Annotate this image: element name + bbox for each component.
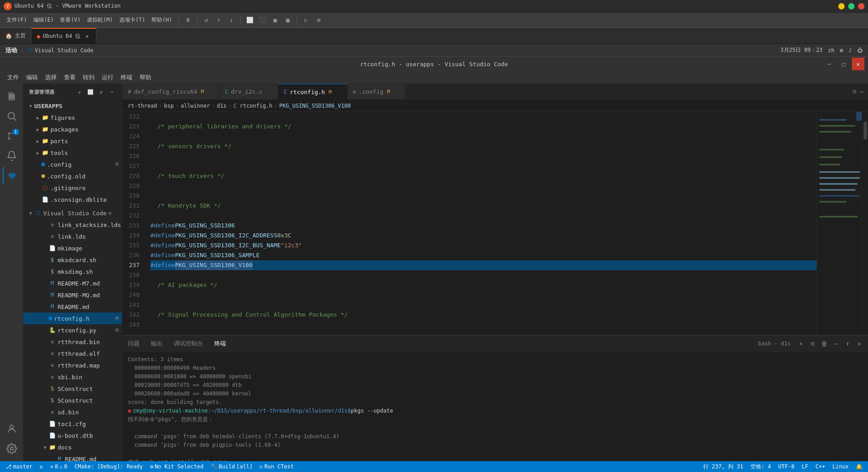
tab-debug-console[interactable]: 调试控制台 bbox=[168, 336, 209, 351]
activity-debug[interactable] bbox=[3, 147, 21, 165]
breadcrumb-rtthread[interactable]: rt-thread bbox=[128, 103, 157, 109]
vmware-menu-view[interactable]: 查看(V) bbox=[57, 15, 83, 25]
tree-item-readme-mq[interactable]: ▶ M README-MQ.md bbox=[23, 289, 122, 301]
tree-item-rtconfig-h[interactable]: ▶ rtconfig.h M bbox=[23, 313, 122, 324]
vmware-btn-5[interactable]: ⬛ bbox=[257, 15, 268, 26]
tree-item-sconstruct[interactable]: ▶ S SConstruct bbox=[23, 383, 122, 395]
breadcrumb-rtconfig[interactable]: C rtconfig.h bbox=[233, 103, 272, 109]
tree-item-rtthread-elf[interactable]: ▶ ≡ rtthread.elf bbox=[23, 348, 122, 359]
vscode-section-header[interactable]: ▼ ⬡ Visual Studio Code ⚙ bbox=[23, 207, 122, 219]
tree-item-docs[interactable]: ▼ 📁 docs bbox=[23, 441, 122, 453]
vmware-menu-file[interactable]: 文件(F) bbox=[4, 15, 30, 25]
vscode-close-btn[interactable]: ✕ bbox=[852, 58, 864, 70]
close-panel-btn[interactable]: ✕ bbox=[854, 339, 864, 349]
tree-item-readme-m7[interactable]: ▶ M README-M7.md bbox=[23, 277, 122, 289]
tree-item-config-old[interactable]: ▶ .config.old bbox=[23, 170, 122, 182]
vmware-btn-1[interactable]: ↺ bbox=[201, 15, 212, 26]
more-terminal-btn[interactable]: ⋯ bbox=[831, 339, 841, 349]
activity-settings[interactable] bbox=[3, 440, 21, 458]
vmware-pause-btn[interactable]: ⏸ bbox=[182, 15, 193, 26]
tree-item-rtconfig-py[interactable]: ▶ 🐍 rtconfig.py M bbox=[23, 324, 122, 336]
language-status[interactable]: C++ bbox=[814, 461, 827, 472]
tree-item-gitignore[interactable]: ▶ ⬡ .gitignore bbox=[23, 182, 122, 194]
maximize-panel-btn[interactable]: ⬆ bbox=[843, 339, 853, 349]
vmware-btn-7[interactable]: ▦ bbox=[282, 15, 293, 26]
activity-search[interactable] bbox=[3, 107, 21, 125]
vscode-menu-view[interactable]: 查看 bbox=[60, 73, 79, 82]
tree-item-link-stacksize[interactable]: ▶ ≡ link_stacksize.lds bbox=[23, 219, 122, 231]
tree-item-rtthread-bin[interactable]: ▶ ≡ rtthread.bin bbox=[23, 336, 122, 348]
vmware-btn-2[interactable]: ↑ bbox=[213, 15, 224, 26]
vscode-taskbar-item[interactable]: ⬡ Visual Studio Code bbox=[27, 47, 93, 54]
trash-terminal-btn[interactable]: 🗑 bbox=[819, 339, 829, 349]
close-btn[interactable] bbox=[858, 3, 864, 9]
tree-item-link-lds[interactable]: ▶ ≡ link.lds bbox=[23, 231, 122, 242]
vmware-menu-help[interactable]: 帮助(H) bbox=[149, 15, 175, 25]
tree-item-packages[interactable]: ▶ 📁 packages bbox=[23, 123, 122, 135]
tree-item-tools[interactable]: ▶ 📁 tools bbox=[23, 147, 122, 159]
notifications-status[interactable]: 🔔 bbox=[854, 461, 864, 472]
ubuntu-vm-tab[interactable]: ● Ubuntu 64 位 ✕ bbox=[32, 28, 96, 44]
vscode-menu-goto[interactable]: 转到 bbox=[79, 73, 98, 82]
tab-problems[interactable]: 问题 bbox=[122, 336, 145, 351]
new-folder-icon[interactable]: ⬜ bbox=[86, 87, 95, 96]
run-ctest-status[interactable]: ▷ Run CTest bbox=[258, 461, 295, 472]
cmake-status[interactable]: CMake: [Debug]: Ready bbox=[73, 461, 145, 472]
breadcrumb-allwinner[interactable]: allwinner bbox=[181, 103, 210, 109]
tree-item-readme[interactable]: ▶ M README.md bbox=[23, 301, 122, 313]
activities-button[interactable]: 活动 bbox=[5, 46, 17, 54]
cursor-position[interactable]: 行 237, 列 31 bbox=[701, 461, 745, 472]
ubuntu-tab-close[interactable]: ✕ bbox=[83, 33, 90, 40]
refresh-icon[interactable]: ↺ bbox=[97, 87, 106, 96]
tab-output[interactable]: 输出 bbox=[145, 336, 168, 351]
vscode-menu-select[interactable]: 选择 bbox=[41, 73, 60, 82]
scrollbar-thumb[interactable] bbox=[863, 122, 867, 140]
tree-item-mkimage[interactable]: ▶ 📄 mkimage bbox=[23, 242, 122, 254]
platform-status[interactable]: Linux bbox=[831, 461, 850, 472]
tab-drv-i2c[interactable]: C drv_i2c.c ✕ bbox=[220, 84, 279, 100]
no-kit-status[interactable]: ⚙ No Kit Selected bbox=[148, 461, 205, 472]
breadcrumb-pkg[interactable]: PKG_USING_SSD1306_V100 bbox=[279, 103, 351, 109]
new-terminal-btn[interactable]: + bbox=[796, 339, 806, 349]
tree-item-docs-readme[interactable]: ▶ M README.md bbox=[23, 453, 122, 461]
collapse-all-icon[interactable]: ⋯ bbox=[108, 87, 117, 96]
tab-terminal[interactable]: 终端 bbox=[209, 336, 232, 351]
terminal-content[interactable]: Contents: 3 items 00000000:00000490 Head… bbox=[122, 352, 868, 461]
vmware-btn-3[interactable]: ↓ bbox=[226, 15, 237, 26]
tab-dotconfig[interactable]: ⚙ .config M ✕ bbox=[348, 84, 406, 100]
new-file-icon[interactable]: + bbox=[75, 87, 84, 96]
vmware-menu-vm[interactable]: 虚拟机(M) bbox=[84, 15, 116, 25]
activity-extensions[interactable] bbox=[3, 167, 21, 185]
tree-root-userapps[interactable]: ▼ USERAPPS bbox=[23, 100, 122, 112]
tree-item-figures[interactable]: ▶ 📁 figures bbox=[23, 112, 122, 123]
tree-item-toc1[interactable]: ▶ 📄 toc1.cfg bbox=[23, 418, 122, 430]
breadcrumb-bsp[interactable]: bsp bbox=[164, 103, 174, 109]
split-editor-btn[interactable]: ⊟ bbox=[852, 87, 857, 96]
tree-item-sbi-bin[interactable]: ▶ ≡ sbi.bin bbox=[23, 371, 122, 383]
tree-item-sconstruct-2[interactable]: ▶ S SConstruct bbox=[23, 395, 122, 406]
tree-item-config[interactable]: ▶ .config M bbox=[23, 159, 122, 170]
sync-status[interactable]: ↻ bbox=[38, 461, 45, 472]
build-status[interactable]: 🔨 Build [all] bbox=[209, 461, 254, 472]
tree-item-sconsign[interactable]: ▶ 📄 .sconsign.dblite bbox=[23, 194, 122, 205]
eol-status[interactable]: LF bbox=[800, 461, 810, 472]
vscode-menu-edit[interactable]: 编辑 bbox=[23, 73, 41, 82]
git-branch-status[interactable]: ⎇ master bbox=[4, 461, 34, 472]
vscode-menu-file[interactable]: 文件 bbox=[4, 73, 23, 82]
ubuntu-home-tab[interactable]: 🏠 主页 bbox=[0, 28, 32, 44]
tree-item-mksdimg[interactable]: ▶ $ mksdimg.sh bbox=[23, 266, 122, 277]
vmware-menu-tabs[interactable]: 选项卡(T) bbox=[117, 15, 148, 25]
activity-account[interactable] bbox=[3, 420, 21, 438]
tab-rtconfig-h[interactable]: C rtconfig.h M ✕ bbox=[278, 84, 347, 100]
breadcrumb-d1s[interactable]: d1s bbox=[217, 103, 226, 109]
tree-item-rtthread-map[interactable]: ▶ ≡ rtthread.map bbox=[23, 359, 122, 371]
vscode-menu-run[interactable]: 运行 bbox=[98, 73, 117, 82]
vscode-minimize-btn[interactable]: ─ bbox=[823, 58, 836, 70]
vscode-maximize-btn[interactable]: □ bbox=[837, 58, 850, 70]
vmware-btn-9[interactable]: ⚙ bbox=[313, 15, 324, 26]
activity-explorer[interactable] bbox=[3, 87, 21, 105]
split-terminal-btn[interactable]: ⊟ bbox=[808, 339, 818, 349]
vmware-menu-edit[interactable]: 编辑(E) bbox=[31, 15, 57, 25]
tree-item-ports[interactable]: ▶ 📁 ports bbox=[23, 135, 122, 147]
vscode-menu-help[interactable]: 帮助 bbox=[136, 73, 155, 82]
